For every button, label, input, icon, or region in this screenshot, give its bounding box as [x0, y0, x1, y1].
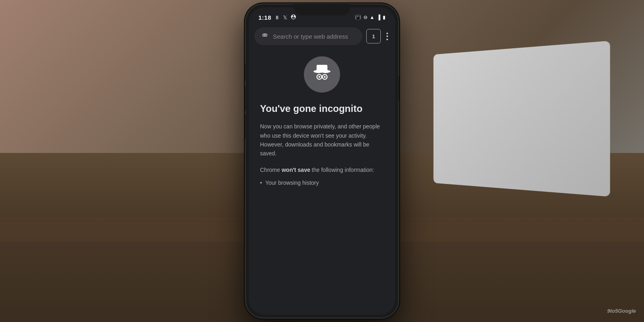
laptop-background: [433, 41, 610, 197]
bullet-item-1: • Your browsing history: [260, 178, 319, 187]
scene: 1:18 ⏸ 𝕏 📳 ⊖ ▲ ▐ ▮: [0, 0, 644, 322]
volume-up-button[interactable]: [244, 87, 246, 111]
battery-icon: ▮: [383, 14, 386, 20]
silent-switch[interactable]: [244, 64, 246, 80]
wifi-icon: ▲: [370, 14, 375, 20]
svg-point-11: [324, 76, 326, 78]
search-placeholder: Search or type web address: [273, 33, 356, 40]
menu-dot-2: [386, 35, 388, 37]
svg-rect-5: [317, 65, 328, 72]
svg-point-2: [264, 35, 264, 36]
status-time: 1:18: [258, 14, 271, 21]
incognito-avatar: [304, 56, 340, 93]
phone-screen: 1:18 ⏸ 𝕏 📳 ⊖ ▲ ▐ ▮: [249, 7, 395, 315]
tab-counter[interactable]: 1: [366, 29, 381, 43]
watermark: 9to5Google: [607, 308, 636, 314]
menu-button[interactable]: [385, 31, 390, 42]
subtitle-bold: won't save: [282, 167, 310, 173]
incognito-title: You've gone incognito: [260, 102, 363, 115]
incognito-status-icon: [290, 14, 297, 21]
menu-dot-3: [386, 39, 388, 40]
power-button[interactable]: [398, 76, 400, 101]
vibrate-icon: 📳: [355, 14, 361, 20]
dnd-icon: ⊖: [363, 14, 367, 20]
address-bar[interactable]: Search or type web address: [254, 27, 362, 45]
subtitle-prefix: Chrome: [260, 167, 282, 173]
phone-device: 1:18 ⏸ 𝕏 📳 ⊖ ▲ ▐ ▮: [246, 4, 398, 318]
spotify-icon: ⏸: [275, 14, 280, 21]
twitter-icon: 𝕏: [283, 14, 287, 21]
status-bar-right: 📳 ⊖ ▲ ▐ ▮: [355, 14, 386, 20]
svg-point-3: [266, 35, 266, 36]
incognito-content: You've gone incognito Now you can browse…: [249, 48, 395, 196]
incognito-logo: [310, 62, 334, 87]
subtitle-suffix: the following information:: [310, 167, 374, 173]
bullet-text-1: Your browsing history: [265, 178, 319, 187]
menu-dot-1: [386, 33, 388, 34]
status-bar-left: 1:18 ⏸ 𝕏: [258, 14, 297, 21]
phone-body: 1:18 ⏸ 𝕏 📳 ⊖ ▲ ▐ ▮: [246, 4, 398, 318]
signal-icon: ▐: [377, 14, 380, 20]
address-bar-row: Search or type web address 1: [249, 24, 395, 48]
incognito-small-icon: [261, 32, 269, 40]
svg-point-10: [318, 76, 320, 78]
incognito-body-text: Now you can browse privately, and other …: [260, 122, 384, 158]
volume-down-button[interactable]: [244, 115, 246, 139]
bullet-dot-1: •: [260, 178, 262, 187]
incognito-subtitle: Chrome won't save the following informat…: [260, 165, 374, 174]
notch: [294, 4, 350, 15]
